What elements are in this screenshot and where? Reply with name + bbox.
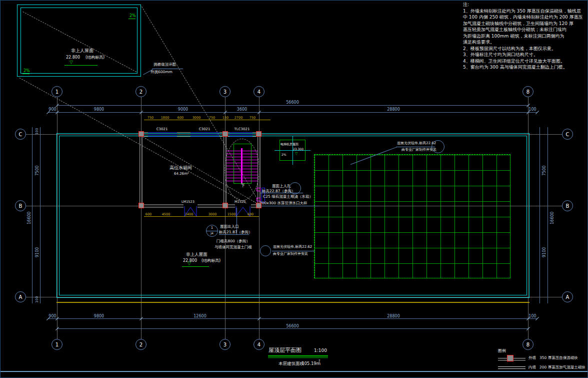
detail-ref-circle	[432, 140, 444, 153]
leader-shelf	[396, 147, 435, 147]
pv-note-1: 屋面光伏组件,标高22.62	[397, 142, 436, 145]
elevation-marker-icon: ▽	[188, 261, 191, 266]
grid-bubble-top-2: 2	[136, 86, 146, 97]
dim-text: 7500	[542, 166, 546, 176]
access-note-3: 门槛高800（参阅）	[216, 239, 250, 243]
grid-bubble-left-B: B	[15, 200, 26, 211]
slope-label: 2%	[24, 69, 30, 73]
column-marker	[138, 203, 144, 208]
stair-handrail	[234, 144, 252, 184]
column-marker	[256, 131, 262, 137]
legend-item-name: 内墙	[528, 365, 536, 369]
leader-shelf	[260, 193, 303, 193]
dim-line-right-segments	[540, 127, 540, 303]
door-label: LM1523	[182, 200, 194, 204]
sheet-border-line	[0, 371, 588, 372]
column-marker	[256, 203, 262, 208]
dim-line-left-segments	[40, 127, 40, 303]
dim-text: 900	[48, 314, 56, 318]
hatch-note-4: 300x300 水落管泄水口大样	[260, 201, 307, 205]
elevation-marker-icon: ▽	[295, 152, 298, 156]
elevation-line	[64, 65, 98, 66]
grid-bubble-bottom-4: 4	[254, 339, 264, 350]
window-label: C3021	[156, 128, 168, 131]
legend-item-desc: 200 厚蒸压加气混凝土砌块	[540, 365, 586, 369]
dim-line-top-overall	[57, 105, 528, 106]
roof-field-elevation-note: (结构标高)	[202, 259, 220, 263]
dim-text: 750	[148, 116, 154, 120]
dim-text: 16600	[550, 212, 554, 224]
window-symbol	[148, 132, 177, 137]
dim-text: 56600	[286, 101, 298, 105]
dim-line-right-overall	[548, 127, 548, 303]
dim-text: 2700	[234, 116, 243, 120]
grid-bubble-left-A: A	[15, 291, 26, 302]
grid-bubble-bottom-8: 8	[522, 339, 534, 350]
bulkhead-slope: 2%	[282, 153, 286, 156]
dim-text: 4500	[162, 213, 170, 216]
legend-item-name: 外墙	[528, 356, 536, 360]
dim-text: 9800	[94, 108, 104, 112]
dim-text: 100	[528, 314, 536, 318]
note-line: 5、窗台均为 300 高与墙体同宽混凝土翻边上门槛。	[463, 65, 568, 70]
dim-text: 3600	[237, 108, 247, 112]
stair-down-label: 下	[241, 184, 245, 188]
dim-text: 12600	[194, 314, 206, 318]
note-line: 3、外墙标注尺寸均为洞口结构尺寸。	[463, 53, 538, 57]
access-note-2: 标高21.87（参阅）	[219, 230, 252, 234]
enclosure-wall-left	[140, 134, 142, 206]
hatch-note-3: C25 细石混凝土顺浇（水箱）	[263, 195, 313, 199]
dim-text: 750	[250, 116, 256, 120]
floor-area-value: 105.19m	[302, 361, 320, 366]
elevation-marker-icon: ▽	[70, 60, 73, 65]
leader-shelf	[272, 251, 314, 251]
note-line: 注:	[463, 3, 469, 7]
pv-note-2: 由专业厂家制作并安装	[273, 252, 308, 256]
dim-text: 1400	[185, 213, 194, 216]
dim-line-left-overall	[32, 127, 32, 303]
dim-text: 600	[248, 213, 254, 216]
grid-bubble-left-C: C	[15, 129, 26, 140]
slope-label: 2%	[130, 14, 136, 18]
detail-ref-circle	[260, 245, 271, 256]
dim-line-enclosure-sub	[144, 216, 259, 217]
room-name: 高位水箱间	[170, 166, 192, 170]
dim-text: 150	[222, 116, 228, 120]
note-line: 满足构造要求。	[463, 40, 494, 45]
hatch-bracket	[256, 188, 260, 191]
column-marker	[222, 203, 228, 208]
bulkhead-label: 电梯机房屋面	[280, 143, 298, 146]
dim-text: 9100	[542, 247, 546, 257]
window-label: TLC3021	[234, 128, 250, 131]
dim-text: 56600	[286, 324, 298, 328]
legend-item-desc: 350 厚蒸压自保温砌块	[540, 356, 578, 360]
title-underline-2	[268, 357, 328, 358]
grid-bubble-top-4: 4	[254, 86, 264, 97]
inset-elevation-value: 22.800	[66, 56, 80, 60]
dim-text: 28800	[387, 314, 400, 318]
dim-text: 9800	[94, 314, 104, 318]
grid-bubble-bottom-1: 1	[52, 339, 62, 350]
leader-shelf	[219, 234, 249, 235]
room-area: 64.26m²	[174, 172, 189, 176]
dim-text: 100	[36, 296, 39, 303]
dim-text: 3000	[192, 116, 201, 120]
dim-line-top-segments	[48, 112, 537, 113]
note-line: 4、楼梯间、卫生间详细定位尺寸详见放大平面图。	[463, 59, 565, 64]
dim-text: 1800	[161, 116, 170, 120]
legend-symbol-line	[498, 366, 526, 367]
floor-area-superscript: 2	[318, 359, 320, 362]
slope-underline	[22, 74, 30, 74]
legend-exterior-wall-symbol	[507, 355, 514, 361]
eave-gutter-line	[56, 302, 530, 303]
dim-text: 3000	[208, 213, 217, 216]
window-symbol	[190, 132, 220, 137]
eave-note-2: 外挑600mm	[150, 70, 172, 74]
inset-elevation-note: (结构标高)	[86, 56, 104, 60]
dim-text: 1500	[228, 213, 236, 216]
floor-area-label: 本层建筑面积	[278, 361, 304, 366]
dim-text: 28800	[387, 108, 400, 112]
dim-text: 9000	[178, 108, 188, 112]
dim-line-bottom-overall	[57, 328, 528, 329]
elevation-line	[182, 266, 209, 267]
